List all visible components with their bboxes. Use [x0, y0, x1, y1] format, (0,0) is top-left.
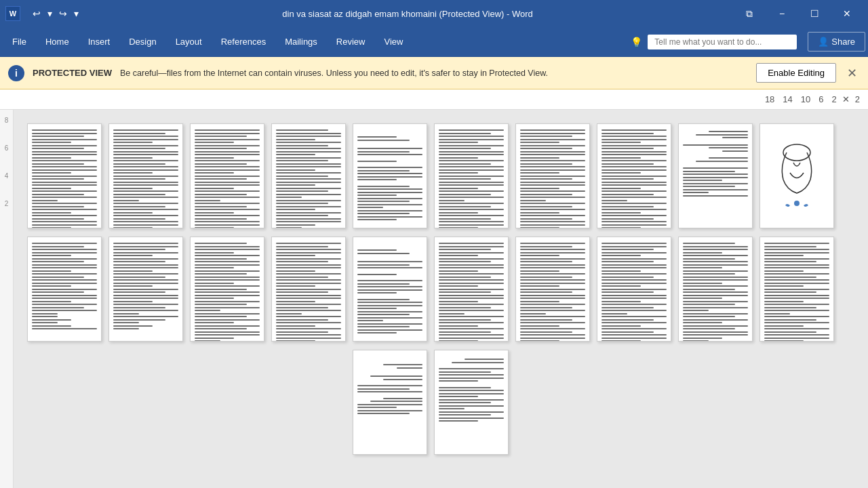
page-thumb-2[interactable]: [108, 123, 183, 228]
tab-view[interactable]: View: [374, 27, 412, 57]
share-button[interactable]: 👤 Share: [808, 32, 865, 52]
page-thumb-6[interactable]: [434, 123, 509, 228]
page-count-18: 18: [762, 93, 777, 106]
restore-button[interactable]: ⧉: [734, 3, 765, 24]
page-thumb-11[interactable]: [27, 237, 102, 342]
minimize-button[interactable]: −: [766, 3, 797, 24]
undo-dropdown[interactable]: ▾: [45, 7, 55, 20]
tab-review[interactable]: Review: [327, 27, 375, 57]
page-count-10: 10: [798, 93, 813, 106]
customize-button[interactable]: ▾: [71, 7, 81, 20]
sidebar-num-6: 6: [5, 144, 9, 152]
title-bar: W ↩ ▾ ↪ ▾ din va siasat az didgah emam k…: [0, 0, 868, 27]
window-title: din va siasat az didgah emam khomaini (P…: [81, 9, 734, 19]
page-thumb-16[interactable]: [434, 237, 509, 342]
page-thumb-19[interactable]: [678, 237, 753, 342]
tab-insert[interactable]: Insert: [79, 27, 120, 57]
page-thumb-18[interactable]: [597, 237, 671, 342]
protected-view-bar: i PROTECTED VIEW Be careful—files from t…: [0, 57, 868, 89]
page-count-2: 2: [829, 93, 840, 106]
page-grid: [14, 110, 868, 488]
protected-view-close[interactable]: ✕: [844, 66, 860, 81]
page-count-14: 14: [780, 93, 795, 106]
window-controls: ⧉ − ☐ ✕: [734, 3, 863, 24]
page-thumb-10[interactable]: [760, 123, 834, 228]
app-icon: W: [5, 6, 20, 21]
page-thumb-1[interactable]: [27, 123, 102, 228]
svg-point-0: [783, 144, 810, 161]
undo-redo-group: ↩ ▾ ↪ ▾: [30, 7, 81, 20]
page-count-2b: 2: [852, 93, 863, 106]
sidebar-num-4: 4: [5, 172, 9, 180]
tab-file[interactable]: File: [3, 27, 36, 57]
view-toolbar: 18 14 10 6 2 ✕ 2: [0, 89, 868, 110]
ribbon: File Home Insert Design Layout Reference…: [0, 27, 868, 57]
tab-references[interactable]: References: [212, 27, 275, 57]
page-thumb-13[interactable]: [190, 237, 264, 342]
page-thumb-9[interactable]: [678, 123, 753, 228]
page-thumb-12[interactable]: [108, 237, 183, 342]
page-thumb-17[interactable]: [515, 237, 590, 342]
page-count-6: 6: [816, 93, 826, 106]
page-thumb-5[interactable]: [353, 123, 427, 228]
protected-view-message: Be careful—files from the Internet can c…: [120, 68, 748, 78]
tab-mailings[interactable]: Mailings: [275, 27, 327, 57]
page-row-2: [27, 237, 854, 342]
page-thumb-20[interactable]: [760, 237, 834, 342]
page-thumb-8[interactable]: [597, 123, 671, 228]
title-bar-left: W ↩ ▾ ↪ ▾: [5, 6, 81, 21]
close-button[interactable]: ✕: [831, 3, 863, 24]
sidebar-num-8: 8: [5, 117, 9, 124]
page-thumb-7[interactable]: [515, 123, 590, 228]
page-thumb-3[interactable]: [190, 123, 264, 228]
sidebar-num-2: 2: [5, 200, 9, 207]
redo-button[interactable]: ↪: [56, 7, 70, 20]
undo-button[interactable]: ↩: [30, 7, 43, 20]
tab-design[interactable]: Design: [119, 27, 165, 57]
tab-home[interactable]: Home: [36, 27, 79, 57]
page-thumb-15[interactable]: [353, 237, 427, 342]
lightbulb-icon: 💡: [631, 37, 642, 47]
times-icon: ✕: [842, 94, 850, 104]
info-icon: i: [8, 65, 24, 81]
page-row-3: [27, 350, 854, 455]
share-icon: 👤: [818, 37, 829, 47]
maximize-button[interactable]: ☐: [799, 3, 830, 24]
calligraphy-image: [766, 132, 827, 214]
page-thumb-22[interactable]: [434, 350, 509, 455]
page-thumb-4[interactable]: [271, 123, 346, 228]
left-sidebar: 8 6 4 2: [0, 110, 14, 488]
tab-layout[interactable]: Layout: [166, 27, 212, 57]
main-area: 8 6 4 2: [0, 110, 868, 488]
page-row-1: [27, 123, 854, 228]
enable-editing-button[interactable]: Enable Editing: [756, 63, 836, 83]
page-thumb-21[interactable]: [353, 350, 427, 455]
protected-view-label: PROTECTED VIEW: [33, 68, 112, 78]
page-thumb-14[interactable]: [271, 237, 346, 342]
tell-me-search[interactable]: [648, 35, 797, 49]
